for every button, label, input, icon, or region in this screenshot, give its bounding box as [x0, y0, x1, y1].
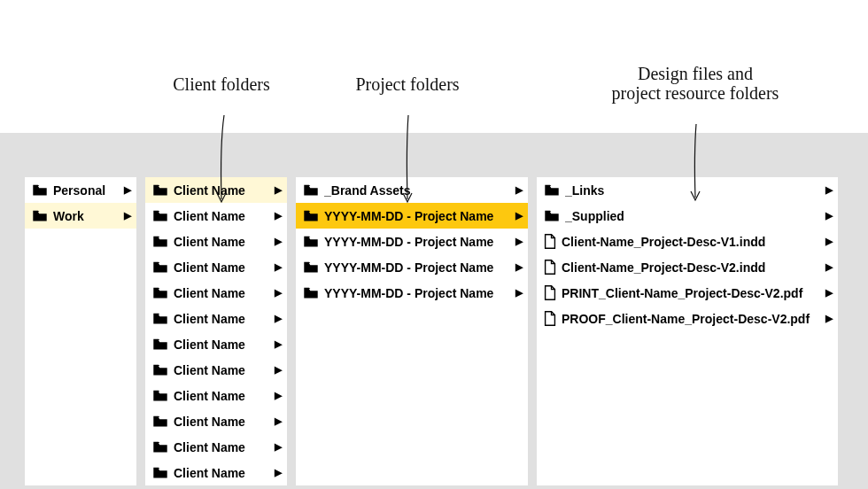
folder-icon — [152, 210, 168, 222]
list-item[interactable]: Client Name▶ — [145, 408, 287, 434]
file-icon — [544, 311, 556, 326]
file-icon — [544, 234, 556, 249]
chevron-right-icon: ▶ — [515, 184, 523, 196]
list-item[interactable]: Client Name▶ — [145, 434, 287, 460]
columns: Personal▶Work▶ Client Name▶Client Name▶C… — [0, 177, 868, 485]
list-item[interactable]: PROOF_Client-Name_Project-Desc-V2.pdf▶ — [537, 306, 838, 331]
list-item[interactable]: Client Name▶ — [145, 254, 287, 280]
chevron-right-icon: ▶ — [124, 210, 131, 221]
item-label: Client Name — [174, 466, 269, 480]
item-label: Client Name — [174, 363, 269, 377]
chevron-right-icon: ▶ — [275, 338, 282, 350]
list-item[interactable]: YYYY-MM-DD - Project Name▶ — [296, 203, 528, 229]
folder-icon — [544, 210, 560, 222]
item-label: _Supplied — [565, 209, 820, 223]
arrow-icon — [394, 113, 421, 206]
list-item[interactable]: Client-Name_Project-Desc-V1.indd▶ — [537, 229, 838, 254]
list-item[interactable]: YYYY-MM-DD - Project Name▶ — [296, 229, 528, 254]
folder-icon — [152, 467, 168, 479]
folder-icon — [32, 184, 48, 197]
list-item[interactable]: Client Name▶ — [145, 383, 287, 408]
arrow-icon — [208, 113, 235, 206]
column-clients: Client Name▶Client Name▶Client Name▶Clie… — [145, 177, 287, 485]
item-label: Client Name — [174, 440, 269, 454]
item-label: Personal — [53, 183, 119, 198]
item-label: Client Name — [174, 312, 269, 326]
folder-icon — [152, 415, 168, 428]
list-item[interactable]: _Supplied▶ — [537, 203, 838, 229]
item-label: Client Name — [174, 389, 269, 403]
folder-icon — [152, 287, 168, 299]
folder-icon — [152, 313, 168, 325]
annotation-label: Client folders — [173, 74, 269, 94]
list-item[interactable]: Client Name▶ — [145, 460, 287, 485]
file-icon — [544, 260, 556, 275]
folder-icon — [303, 236, 319, 248]
annotation-label: Design files and project resource folder… — [612, 64, 779, 103]
chevron-right-icon: ▶ — [515, 236, 523, 247]
column-projects: _Brand Assets▶YYYY-MM-DD - Project Name▶… — [296, 177, 528, 485]
chevron-right-icon: ▶ — [275, 236, 282, 247]
chevron-right-icon: ▶ — [275, 184, 282, 196]
chevron-right-icon: ▶ — [825, 210, 833, 221]
folder-icon — [152, 338, 168, 351]
list-item[interactable]: Work▶ — [25, 203, 136, 229]
item-label: YYYY-MM-DD - Project Name — [324, 260, 510, 275]
folder-icon — [303, 210, 319, 222]
annotation-label: Project folders — [355, 74, 459, 94]
chevron-right-icon: ▶ — [275, 210, 282, 221]
chevron-right-icon: ▶ — [515, 287, 523, 299]
item-label: Client Name — [174, 209, 269, 223]
folder-icon — [152, 364, 168, 376]
item-label: YYYY-MM-DD - Project Name — [324, 209, 510, 223]
item-label: Client-Name_Project-Desc-V2.indd — [562, 260, 820, 275]
list-item[interactable]: Client Name▶ — [145, 229, 287, 254]
annotation-files: Design files and project resource folder… — [593, 44, 797, 122]
list-item[interactable]: YYYY-MM-DD - Project Name▶ — [296, 280, 528, 306]
item-label: Client Name — [174, 338, 269, 352]
list-item[interactable]: Client Name▶ — [145, 306, 287, 331]
chevron-right-icon: ▶ — [825, 313, 833, 324]
annotation-projects: Project folders — [328, 55, 487, 113]
chevron-right-icon: ▶ — [825, 236, 833, 247]
folder-icon — [152, 441, 168, 454]
folder-icon — [152, 236, 168, 248]
list-item[interactable]: Client-Name_Project-Desc-V2.indd▶ — [537, 254, 838, 280]
folder-icon — [152, 261, 168, 274]
item-label: PROOF_Client-Name_Project-Desc-V2.pdf — [562, 312, 820, 326]
chevron-right-icon: ▶ — [275, 390, 282, 401]
list-item[interactable]: Client Name▶ — [145, 280, 287, 306]
file-icon — [544, 285, 556, 300]
chevron-right-icon: ▶ — [275, 364, 282, 376]
item-label: YYYY-MM-DD - Project Name — [324, 235, 510, 249]
folder-icon — [152, 390, 168, 402]
arrow-icon — [682, 122, 709, 204]
annotation-clients: Client folders — [151, 55, 292, 113]
chevron-right-icon: ▶ — [515, 261, 523, 273]
list-item[interactable]: YYYY-MM-DD - Project Name▶ — [296, 254, 528, 280]
chevron-right-icon: ▶ — [275, 261, 282, 273]
folder-icon — [303, 287, 319, 299]
folder-icon — [32, 210, 48, 222]
chevron-right-icon: ▶ — [825, 261, 833, 273]
item-label: Client Name — [174, 415, 269, 429]
folder-icon — [152, 184, 168, 197]
annotations-region: Client folders Project folders Design fi… — [0, 0, 868, 133]
list-item[interactable]: Personal▶ — [25, 177, 136, 203]
item-label: Client Name — [174, 235, 269, 249]
folder-icon — [303, 184, 319, 197]
item-label: YYYY-MM-DD - Project Name — [324, 286, 510, 300]
chevron-right-icon: ▶ — [825, 184, 833, 196]
list-item[interactable]: Client Name▶ — [145, 357, 287, 383]
chevron-right-icon: ▶ — [275, 441, 282, 453]
chevron-right-icon: ▶ — [515, 210, 523, 221]
item-label: PRINT_Client-Name_Project-Desc-V2.pdf — [562, 286, 820, 300]
item-label: Work — [53, 209, 119, 223]
column-files: _Links▶_Supplied▶Client-Name_Project-Des… — [537, 177, 838, 485]
chevron-right-icon: ▶ — [275, 415, 282, 427]
list-item[interactable]: Client Name▶ — [145, 203, 287, 229]
folder-icon — [303, 261, 319, 274]
chevron-right-icon: ▶ — [275, 467, 282, 478]
list-item[interactable]: Client Name▶ — [145, 331, 287, 357]
list-item[interactable]: PRINT_Client-Name_Project-Desc-V2.pdf▶ — [537, 280, 838, 306]
